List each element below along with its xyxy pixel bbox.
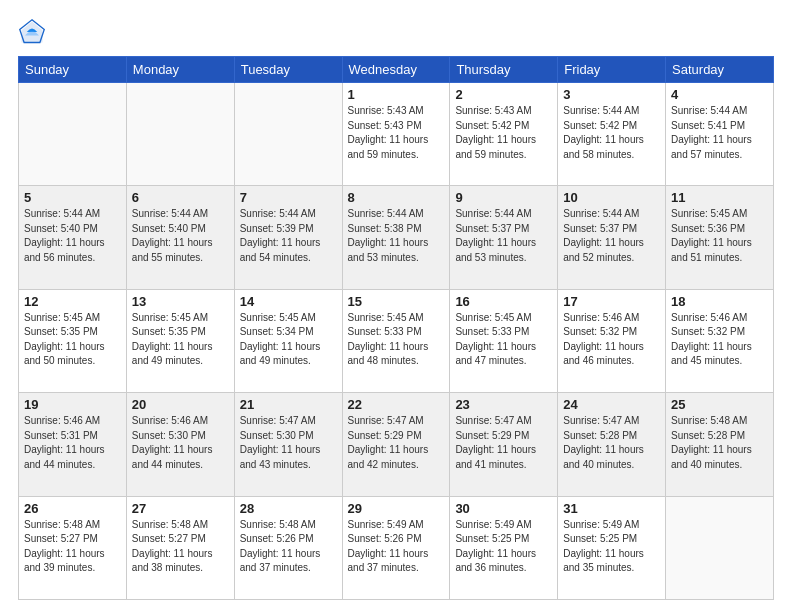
day-number: 10: [563, 190, 660, 205]
calendar-week-row: 12Sunrise: 5:45 AM Sunset: 5:35 PM Dayli…: [19, 289, 774, 392]
day-info: Sunrise: 5:43 AM Sunset: 5:42 PM Dayligh…: [455, 104, 552, 162]
day-info: Sunrise: 5:49 AM Sunset: 5:26 PM Dayligh…: [348, 518, 445, 576]
calendar-week-row: 5Sunrise: 5:44 AM Sunset: 5:40 PM Daylig…: [19, 186, 774, 289]
day-number: 29: [348, 501, 445, 516]
col-header-friday: Friday: [558, 57, 666, 83]
day-number: 20: [132, 397, 229, 412]
col-header-wednesday: Wednesday: [342, 57, 450, 83]
calendar-cell: 7Sunrise: 5:44 AM Sunset: 5:39 PM Daylig…: [234, 186, 342, 289]
day-info: Sunrise: 5:45 AM Sunset: 5:35 PM Dayligh…: [24, 311, 121, 369]
day-number: 23: [455, 397, 552, 412]
day-info: Sunrise: 5:44 AM Sunset: 5:39 PM Dayligh…: [240, 207, 337, 265]
calendar-cell: 23Sunrise: 5:47 AM Sunset: 5:29 PM Dayli…: [450, 393, 558, 496]
calendar-cell: 14Sunrise: 5:45 AM Sunset: 5:34 PM Dayli…: [234, 289, 342, 392]
calendar-week-row: 1Sunrise: 5:43 AM Sunset: 5:43 PM Daylig…: [19, 83, 774, 186]
calendar-header-row: SundayMondayTuesdayWednesdayThursdayFrid…: [19, 57, 774, 83]
day-number: 19: [24, 397, 121, 412]
calendar-cell: 17Sunrise: 5:46 AM Sunset: 5:32 PM Dayli…: [558, 289, 666, 392]
day-number: 12: [24, 294, 121, 309]
calendar-cell: 15Sunrise: 5:45 AM Sunset: 5:33 PM Dayli…: [342, 289, 450, 392]
calendar-cell: 25Sunrise: 5:48 AM Sunset: 5:28 PM Dayli…: [666, 393, 774, 496]
day-number: 26: [24, 501, 121, 516]
day-number: 3: [563, 87, 660, 102]
col-header-saturday: Saturday: [666, 57, 774, 83]
day-number: 17: [563, 294, 660, 309]
col-header-sunday: Sunday: [19, 57, 127, 83]
day-info: Sunrise: 5:45 AM Sunset: 5:36 PM Dayligh…: [671, 207, 768, 265]
day-number: 5: [24, 190, 121, 205]
calendar-cell: 26Sunrise: 5:48 AM Sunset: 5:27 PM Dayli…: [19, 496, 127, 599]
day-number: 21: [240, 397, 337, 412]
day-number: 31: [563, 501, 660, 516]
day-info: Sunrise: 5:47 AM Sunset: 5:30 PM Dayligh…: [240, 414, 337, 472]
day-number: 24: [563, 397, 660, 412]
day-number: 11: [671, 190, 768, 205]
day-info: Sunrise: 5:44 AM Sunset: 5:38 PM Dayligh…: [348, 207, 445, 265]
day-info: Sunrise: 5:45 AM Sunset: 5:35 PM Dayligh…: [132, 311, 229, 369]
day-number: 2: [455, 87, 552, 102]
day-info: Sunrise: 5:49 AM Sunset: 5:25 PM Dayligh…: [455, 518, 552, 576]
logo: [18, 18, 50, 46]
calendar-cell: 6Sunrise: 5:44 AM Sunset: 5:40 PM Daylig…: [126, 186, 234, 289]
calendar-cell: [19, 83, 127, 186]
calendar-cell: 1Sunrise: 5:43 AM Sunset: 5:43 PM Daylig…: [342, 83, 450, 186]
calendar-cell: 11Sunrise: 5:45 AM Sunset: 5:36 PM Dayli…: [666, 186, 774, 289]
day-number: 13: [132, 294, 229, 309]
calendar-cell: 9Sunrise: 5:44 AM Sunset: 5:37 PM Daylig…: [450, 186, 558, 289]
day-info: Sunrise: 5:45 AM Sunset: 5:33 PM Dayligh…: [455, 311, 552, 369]
day-number: 27: [132, 501, 229, 516]
calendar-table: SundayMondayTuesdayWednesdayThursdayFrid…: [18, 56, 774, 600]
day-info: Sunrise: 5:44 AM Sunset: 5:37 PM Dayligh…: [455, 207, 552, 265]
calendar-cell: 21Sunrise: 5:47 AM Sunset: 5:30 PM Dayli…: [234, 393, 342, 496]
calendar-cell: 8Sunrise: 5:44 AM Sunset: 5:38 PM Daylig…: [342, 186, 450, 289]
col-header-thursday: Thursday: [450, 57, 558, 83]
day-info: Sunrise: 5:46 AM Sunset: 5:30 PM Dayligh…: [132, 414, 229, 472]
day-info: Sunrise: 5:48 AM Sunset: 5:26 PM Dayligh…: [240, 518, 337, 576]
calendar-cell: 18Sunrise: 5:46 AM Sunset: 5:32 PM Dayli…: [666, 289, 774, 392]
calendar-cell: [126, 83, 234, 186]
logo-icon: [18, 18, 46, 46]
calendar-cell: 22Sunrise: 5:47 AM Sunset: 5:29 PM Dayli…: [342, 393, 450, 496]
calendar-cell: 13Sunrise: 5:45 AM Sunset: 5:35 PM Dayli…: [126, 289, 234, 392]
day-info: Sunrise: 5:45 AM Sunset: 5:33 PM Dayligh…: [348, 311, 445, 369]
day-number: 14: [240, 294, 337, 309]
day-info: Sunrise: 5:44 AM Sunset: 5:41 PM Dayligh…: [671, 104, 768, 162]
day-info: Sunrise: 5:48 AM Sunset: 5:27 PM Dayligh…: [24, 518, 121, 576]
day-number: 7: [240, 190, 337, 205]
calendar-cell: 10Sunrise: 5:44 AM Sunset: 5:37 PM Dayli…: [558, 186, 666, 289]
day-number: 30: [455, 501, 552, 516]
day-number: 1: [348, 87, 445, 102]
calendar-cell: 31Sunrise: 5:49 AM Sunset: 5:25 PM Dayli…: [558, 496, 666, 599]
calendar-cell: 12Sunrise: 5:45 AM Sunset: 5:35 PM Dayli…: [19, 289, 127, 392]
day-info: Sunrise: 5:48 AM Sunset: 5:28 PM Dayligh…: [671, 414, 768, 472]
calendar-cell: 16Sunrise: 5:45 AM Sunset: 5:33 PM Dayli…: [450, 289, 558, 392]
day-info: Sunrise: 5:48 AM Sunset: 5:27 PM Dayligh…: [132, 518, 229, 576]
day-info: Sunrise: 5:44 AM Sunset: 5:42 PM Dayligh…: [563, 104, 660, 162]
day-number: 16: [455, 294, 552, 309]
day-number: 25: [671, 397, 768, 412]
day-info: Sunrise: 5:44 AM Sunset: 5:37 PM Dayligh…: [563, 207, 660, 265]
day-number: 18: [671, 294, 768, 309]
col-header-tuesday: Tuesday: [234, 57, 342, 83]
calendar-week-row: 26Sunrise: 5:48 AM Sunset: 5:27 PM Dayli…: [19, 496, 774, 599]
day-info: Sunrise: 5:45 AM Sunset: 5:34 PM Dayligh…: [240, 311, 337, 369]
day-info: Sunrise: 5:46 AM Sunset: 5:31 PM Dayligh…: [24, 414, 121, 472]
day-number: 28: [240, 501, 337, 516]
day-number: 9: [455, 190, 552, 205]
calendar-cell: 30Sunrise: 5:49 AM Sunset: 5:25 PM Dayli…: [450, 496, 558, 599]
day-info: Sunrise: 5:46 AM Sunset: 5:32 PM Dayligh…: [671, 311, 768, 369]
day-number: 6: [132, 190, 229, 205]
page: SundayMondayTuesdayWednesdayThursdayFrid…: [0, 0, 792, 612]
calendar-cell: 27Sunrise: 5:48 AM Sunset: 5:27 PM Dayli…: [126, 496, 234, 599]
calendar-cell: 28Sunrise: 5:48 AM Sunset: 5:26 PM Dayli…: [234, 496, 342, 599]
day-info: Sunrise: 5:44 AM Sunset: 5:40 PM Dayligh…: [24, 207, 121, 265]
col-header-monday: Monday: [126, 57, 234, 83]
day-number: 22: [348, 397, 445, 412]
day-info: Sunrise: 5:43 AM Sunset: 5:43 PM Dayligh…: [348, 104, 445, 162]
header: [18, 18, 774, 46]
calendar-cell: 4Sunrise: 5:44 AM Sunset: 5:41 PM Daylig…: [666, 83, 774, 186]
calendar-cell: 2Sunrise: 5:43 AM Sunset: 5:42 PM Daylig…: [450, 83, 558, 186]
calendar-week-row: 19Sunrise: 5:46 AM Sunset: 5:31 PM Dayli…: [19, 393, 774, 496]
day-number: 15: [348, 294, 445, 309]
calendar-cell: 29Sunrise: 5:49 AM Sunset: 5:26 PM Dayli…: [342, 496, 450, 599]
